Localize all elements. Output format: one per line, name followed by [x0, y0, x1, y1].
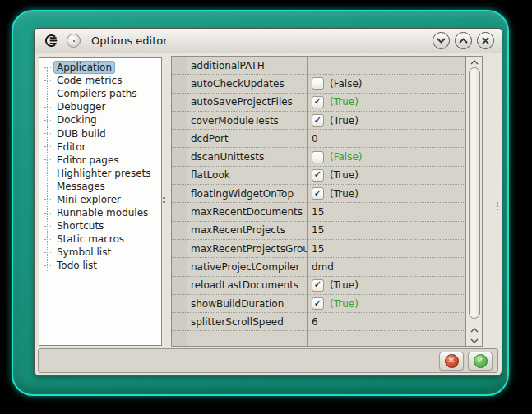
tree-item-label: Messages: [53, 180, 109, 193]
property-row-dcdPort[interactable]: dcdPort 0: [172, 130, 465, 148]
tree-item-debugger[interactable]: Debugger: [39, 100, 161, 113]
tree-item-code-metrics[interactable]: Code metrics: [39, 74, 161, 87]
close-button[interactable]: [477, 32, 494, 49]
tree-twig: [44, 172, 51, 173]
property-value[interactable]: ✓ (True): [308, 185, 465, 203]
window-menu-icon[interactable]: [67, 34, 81, 48]
grid-empty-name-column: [187, 331, 308, 346]
tree-twig: [44, 186, 51, 186]
tree-twig: [44, 120, 51, 121]
check-icon: ✓: [313, 298, 322, 308]
tree-item-label: Symbol list: [53, 246, 114, 259]
tree-twig: [44, 252, 51, 253]
property-value[interactable]: 6: [308, 313, 465, 331]
property-value[interactable]: 15: [308, 203, 465, 221]
tree-item-docking[interactable]: Docking: [39, 113, 161, 126]
grid-gutter: [172, 75, 187, 93]
tree-item-symbol-list[interactable]: Symbol list: [39, 246, 161, 259]
checkbox-checked[interactable]: ✓: [312, 114, 324, 126]
accept-button[interactable]: ✓: [468, 352, 493, 370]
checkbox-checked[interactable]: ✓: [312, 96, 324, 108]
property-row-maxRecentDocuments[interactable]: maxRecentDocuments 15: [172, 203, 465, 221]
splitter-handle[interactable]: [163, 197, 165, 205]
accept-check-icon: ✓: [474, 354, 488, 368]
tree-twig: [44, 213, 51, 214]
check-icon: ✓: [313, 279, 322, 289]
property-row-additionalPATH[interactable]: additionalPATH: [172, 57, 465, 75]
cancel-button[interactable]: ✕: [439, 352, 464, 370]
checkbox-checked[interactable]: ✓: [312, 169, 324, 182]
property-row-maxRecentProjectsGroups[interactable]: maxRecentProjectsGrou 15: [172, 240, 465, 258]
tree-item-mini-explorer[interactable]: Mini explorer: [39, 193, 161, 206]
titlebar[interactable]: Options editor: [35, 29, 502, 53]
property-value[interactable]: (False): [308, 75, 465, 93]
property-value[interactable]: 0: [308, 130, 465, 148]
checkbox-checked[interactable]: ✓: [312, 279, 324, 292]
scrollbar-thumb[interactable]: [469, 67, 480, 319]
grid-gutter: [172, 130, 187, 148]
property-row-coverModuleTests[interactable]: coverModuleTests ✓ (True): [172, 112, 465, 130]
scroll-up-button[interactable]: [466, 57, 482, 67]
property-row-nativeProjectCompiler[interactable]: nativeProjectCompiler dmd: [172, 258, 465, 276]
resize-grip[interactable]: [497, 202, 498, 210]
value-text: 0: [312, 133, 318, 145]
property-row-autoSaveProjectFiles[interactable]: autoSaveProjectFiles ✓ (True): [172, 94, 465, 112]
grid-gutter: [172, 203, 187, 221]
property-row-splitterScrollSpeed[interactable]: splitterScrollSpeed 6: [172, 313, 465, 331]
value-text: 15: [312, 243, 324, 255]
bool-value-label: (True): [330, 115, 359, 126]
app-logo-icon: [44, 33, 59, 48]
tree-item-dub-build[interactable]: DUB build: [39, 126, 161, 140]
property-value[interactable]: ✓ (True): [308, 167, 465, 185]
tree-item-label: Runnable modules: [53, 206, 151, 219]
bool-value-label: (True): [330, 298, 359, 310]
property-value[interactable]: ✓ (True): [308, 277, 465, 295]
tree-item-editor[interactable]: Editor: [39, 140, 161, 154]
tree-twig: [44, 159, 51, 160]
property-value[interactable]: 15: [308, 240, 465, 258]
property-value[interactable]: ✓ (True): [308, 94, 465, 112]
tree-item-compilers-paths[interactable]: Compilers paths: [39, 87, 161, 100]
shade-up-button[interactable]: [455, 32, 472, 49]
property-row-autoCheckUpdates[interactable]: autoCheckUpdates (False): [172, 75, 465, 93]
property-value[interactable]: dmd: [308, 258, 465, 276]
property-row-maxRecentProjects[interactable]: maxRecentProjects 15: [172, 222, 465, 240]
tree-item-application[interactable]: Application: [39, 61, 161, 74]
checkbox-checked[interactable]: ✓: [312, 187, 324, 200]
grid-gutter: [172, 277, 187, 295]
scroll-down-button[interactable]: [466, 335, 482, 346]
property-value[interactable]: ✓ (True): [308, 295, 465, 313]
checkbox-unchecked[interactable]: [312, 151, 324, 163]
grid-gutter: [172, 258, 187, 276]
grid-gutter: [172, 167, 187, 185]
tree-item-static-macros[interactable]: Static macros: [39, 232, 161, 246]
scroll-up-icon: [470, 60, 479, 65]
checkbox-checked[interactable]: ✓: [312, 297, 324, 310]
tree-item-shortcuts[interactable]: Shortcuts: [39, 219, 161, 232]
tree-item-todo-list[interactable]: Todo list: [39, 259, 161, 272]
property-row-dscanUnittests[interactable]: dscanUnittests (False): [172, 148, 465, 166]
chevron-down-icon: [437, 38, 446, 44]
tree-item-editor-pages[interactable]: Editor pages: [39, 154, 161, 167]
property-row-showBuildDuration[interactable]: showBuildDuration ✓ (True): [172, 295, 465, 313]
tree-item-runnable-modules[interactable]: Runnable modules: [39, 206, 161, 219]
checkbox-unchecked[interactable]: [312, 77, 324, 90]
property-name: maxRecentDocuments: [187, 203, 308, 221]
shade-down-button[interactable]: [433, 32, 450, 49]
property-name: maxRecentProjects: [187, 222, 308, 240]
property-value[interactable]: (False): [308, 148, 465, 166]
scroll-up-button-bottom[interactable]: [466, 324, 482, 335]
tree-item-messages[interactable]: Messages: [39, 180, 161, 193]
property-value[interactable]: 15: [308, 222, 465, 240]
grid-gutter: [172, 222, 187, 240]
property-row-reloadLastDocuments[interactable]: reloadLastDocuments ✓ (True): [172, 277, 465, 295]
tree-item-highlighter-presets[interactable]: Highlighter presets: [39, 167, 161, 180]
property-row-floatingWidgetOnTop[interactable]: floatingWidgetOnTop ✓ (True): [172, 185, 465, 203]
property-name: showBuildDuration: [187, 295, 308, 313]
desktop-background: Options editor Application Code metrics …: [0, 0, 532, 414]
property-row-flatLook[interactable]: flatLook ✓ (True): [172, 167, 465, 185]
check-icon: ✓: [313, 188, 322, 198]
property-value[interactable]: [308, 57, 465, 75]
vertical-scrollbar[interactable]: [465, 57, 482, 346]
property-value[interactable]: ✓ (True): [308, 112, 465, 130]
